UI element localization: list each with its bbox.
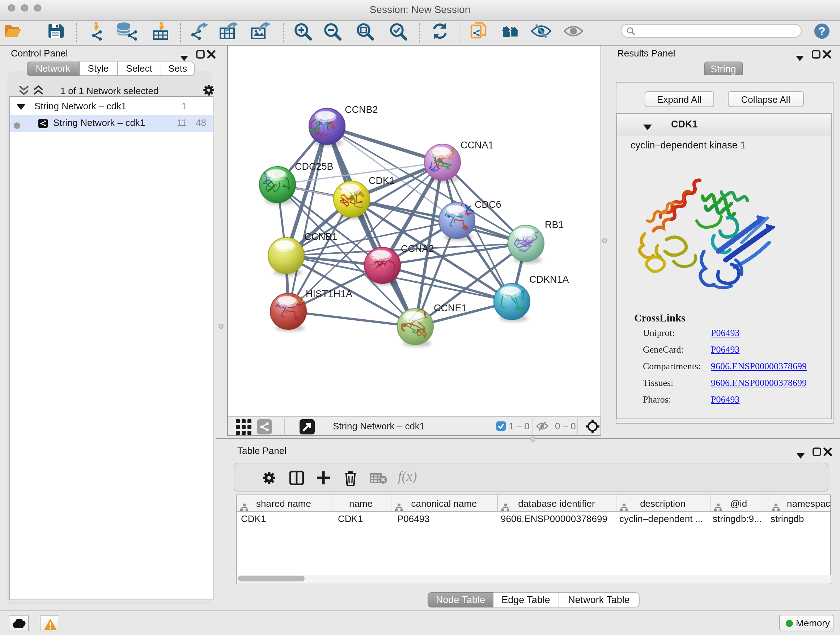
svg-text:CCNB2: CCNB2 — [345, 104, 378, 115]
svg-text:HIST1H1A: HIST1H1A — [306, 288, 352, 299]
svg-text:CCNB1: CCNB1 — [304, 231, 338, 242]
svg-text:CCNA2: CCNA2 — [401, 243, 434, 254]
svg-text:CDKN1A: CDKN1A — [529, 274, 569, 285]
svg-text:RB1: RB1 — [545, 219, 564, 230]
svg-text:CDC6: CDC6 — [475, 199, 501, 210]
svg-text:CCNA1: CCNA1 — [461, 140, 494, 150]
svg-text:?: ? — [818, 25, 826, 38]
svg-text:CCNE1: CCNE1 — [434, 302, 467, 314]
svg-text:CDK1: CDK1 — [369, 175, 395, 186]
svg-text:CDC25B: CDC25B — [295, 161, 333, 172]
